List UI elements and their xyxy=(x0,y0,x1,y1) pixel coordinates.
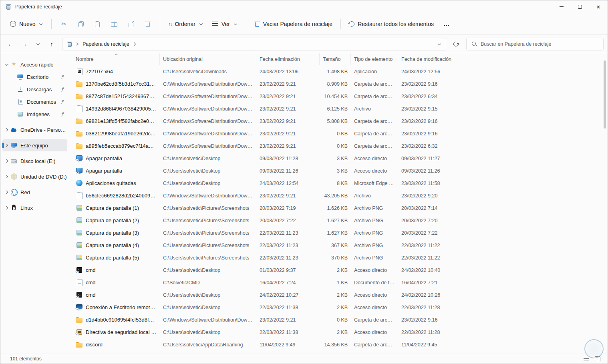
search-input[interactable] xyxy=(481,41,598,47)
chevron-right-icon[interactable] xyxy=(4,143,9,148)
file-row[interactable]: 8877c87de15215432493678a315739e1C:\Windo… xyxy=(72,90,608,103)
sidebar-item-drive[interactable]: Disco local (E:) xyxy=(2,155,67,167)
desktop-icon xyxy=(17,74,24,80)
up-button[interactable]: ↑ xyxy=(45,38,58,50)
sidebar-item-network[interactable]: Red xyxy=(2,186,67,198)
date-modified: 23/03/2022 11:58 xyxy=(398,181,462,186)
file-row[interactable]: Apagar pantallaC:\Users\solvetic\Desktop… xyxy=(72,152,608,165)
file-row[interactable]: d1d4bb0c910695f4fcf53d8f91faafa7C:\Windo… xyxy=(72,314,608,326)
sidebar-item-dvd[interactable]: Unidad de DVD (D:) xyxy=(2,171,67,183)
column-header-name[interactable]: Nombre xyxy=(72,53,160,65)
back-button[interactable]: ← xyxy=(4,38,17,50)
sidebar-item-desktop[interactable]: Escritorio xyxy=(2,71,67,83)
shortcut-arrow-icon xyxy=(75,159,79,162)
cursor-highlight-overlay xyxy=(584,339,604,358)
file-row[interactable]: cmdC:\Users\solvetic\Desktop24/02/2022 1… xyxy=(72,289,608,301)
file-row[interactable]: Captura de pantalla (5)C:\Users\solvetic… xyxy=(72,251,608,264)
shortcut-arrow-icon xyxy=(75,172,79,175)
view-button[interactable]: Ver xyxy=(208,18,242,30)
chevron-down-icon[interactable] xyxy=(4,62,9,67)
sidebar-item-star[interactable]: Acceso rápido xyxy=(2,58,67,70)
file-row[interactable]: 14932d868f4967038429005fb1c9b17...C:\Win… xyxy=(72,103,608,115)
share-button[interactable] xyxy=(123,17,139,31)
name-cell: cmd xyxy=(72,279,160,286)
sidebar-item-onedrive[interactable]: OneDrive - Personal xyxy=(2,124,67,136)
file-row[interactable]: a895feb5eccab879ec7f14a6e048eab4C:\Windo… xyxy=(72,140,608,152)
date-modified: 09/03/2022 11:27 xyxy=(398,156,462,161)
copy-button[interactable] xyxy=(72,17,89,31)
delete-button[interactable] xyxy=(140,17,156,31)
column-header-type[interactable]: Tipo de elemento xyxy=(351,53,398,65)
network-icon xyxy=(10,189,17,195)
sidebar-item-downloads[interactable]: Descargas xyxy=(2,83,67,95)
address-bar[interactable]: Papelera de reciclaje xyxy=(62,38,446,50)
paste-button[interactable] xyxy=(89,17,105,31)
file-row[interactable]: Captura de pantalla (3)C:\Users\solvetic… xyxy=(72,227,608,239)
restore-all-button[interactable]: Restaurar todos los elementos xyxy=(345,18,438,30)
sidebar-item-linux[interactable]: Linux xyxy=(2,202,67,214)
file-row[interactable]: 69821e13ffd54f582fabc2e054ec644dC:\Windo… xyxy=(72,115,608,127)
chevron-right-icon[interactable] xyxy=(4,205,9,210)
forward-button[interactable]: → xyxy=(18,38,31,50)
file-row[interactable]: Directiva de seguridad local - Acce...C:… xyxy=(72,326,608,338)
chevron-right-icon[interactable] xyxy=(4,190,9,195)
explorer-window: Papelera de reciclaje Nuevo ↑↓ Ordenar V… xyxy=(0,0,608,364)
date-modified: 23/02/2022 9:16 xyxy=(398,317,462,323)
file-row[interactable]: Captura de pantalla (2)C:\Users\solvetic… xyxy=(72,214,608,227)
chevron-spacer xyxy=(11,74,16,79)
file-row[interactable]: Captura de pantalla (1)C:\Users\solvetic… xyxy=(72,202,608,214)
file-row[interactable]: 1370be62cd8f5b3d1c7cc31a85b1fd60C:\Windo… xyxy=(72,78,608,90)
date-deleted: 09/03/2022 11:26 xyxy=(256,168,320,174)
toolbar-separator xyxy=(246,19,246,29)
file-row[interactable]: cmdC:\Solvetic\CMD16/04/2022 7:241 KBDoc… xyxy=(72,276,608,289)
column-header-location[interactable]: Ubicación original xyxy=(160,53,256,65)
sidebar: Acceso rápidoEscritorioDescargasDocument… xyxy=(0,53,69,354)
close-button[interactable] xyxy=(589,0,608,13)
refresh-button[interactable] xyxy=(449,38,462,50)
maximize-button[interactable] xyxy=(571,0,589,13)
search-box[interactable] xyxy=(466,38,604,50)
empty-recycle-bin-button[interactable]: Vaciar Papelera de reciclaje xyxy=(250,18,336,30)
sidebar-item-computer[interactable]: Este equipo xyxy=(2,139,67,151)
chevron-right-icon[interactable] xyxy=(4,159,9,163)
sort-button[interactable]: ↑↓ Ordenar xyxy=(164,18,207,30)
refresh-icon xyxy=(453,40,459,47)
chevron-right-icon[interactable] xyxy=(75,42,80,46)
file-row[interactable]: Captura de pantalla (4)C:\Users\solvetic… xyxy=(72,239,608,251)
item-type: Carpeta de archivos xyxy=(351,94,398,99)
minimize-button[interactable] xyxy=(552,0,571,13)
sidebar-item-pictures[interactable]: Imágenes xyxy=(2,108,67,120)
column-header-size[interactable]: Tamaño xyxy=(320,53,351,65)
more-options-button[interactable]: ... xyxy=(439,17,455,31)
file-row[interactable]: b56cfec6692828d2b240b0978e09fa...C:\Wind… xyxy=(72,189,608,202)
drive-icon xyxy=(10,158,17,164)
breadcrumb-item[interactable]: Papelera de reciclaje xyxy=(82,41,130,47)
rename-button[interactable] xyxy=(106,17,122,31)
column-header-deleted[interactable]: Fecha eliminación xyxy=(256,53,320,65)
scrollbar-thumb[interactable] xyxy=(604,60,606,129)
file-row[interactable]: Conexión a Escritorio remoto - Acc...C:\… xyxy=(72,301,608,314)
file-row[interactable]: Aplicaciones quitadasC:\Users\solvetic\D… xyxy=(72,177,608,189)
item-type: Archivo PNG xyxy=(351,243,398,248)
file-row[interactable]: 7z2107-x64C:\Users\solvetic\Downloads24/… xyxy=(72,65,608,78)
cut-icon xyxy=(61,20,66,28)
file-row[interactable]: Apagar pantallaC:\Users\solvetic\Desktop… xyxy=(72,165,608,177)
date-modified: 09/03/2022 11:26 xyxy=(398,168,462,174)
name-cell: 7z2107-x64 xyxy=(72,68,160,75)
shortcut-arrow-icon xyxy=(75,296,79,299)
chevron-right-icon[interactable] xyxy=(4,127,9,132)
name-cell: a895feb5eccab879ec7f14a6e048eab4 xyxy=(72,143,160,149)
file-row[interactable]: cmdC:\Users\solvetic\Desktop01/03/2022 9… xyxy=(72,264,608,276)
recent-locations-button[interactable] xyxy=(32,38,44,50)
chevron-right-icon[interactable] xyxy=(4,174,9,179)
file-row[interactable]: 038212998beafa19be262dcf3461d858C:\Windo… xyxy=(72,127,608,140)
file-icon xyxy=(76,105,83,112)
column-header-modified[interactable]: Fecha de modificación xyxy=(398,53,462,65)
file-row[interactable]: discordC:\Users\solvetic\AppData\Roaming… xyxy=(72,338,608,351)
chevron-right-icon[interactable] xyxy=(132,42,137,46)
sidebar-item-documents[interactable]: Documentos xyxy=(2,96,67,108)
new-button[interactable]: Nuevo xyxy=(6,18,47,30)
cut-button[interactable] xyxy=(56,17,72,31)
date-modified: 11/04/2022 9:45 xyxy=(398,342,462,348)
address-dropdown-icon[interactable] xyxy=(437,42,442,46)
